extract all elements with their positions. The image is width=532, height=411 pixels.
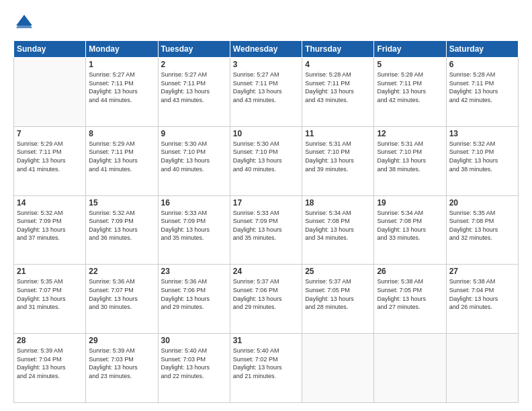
calendar-header-cell: Wednesday	[230, 41, 302, 58]
calendar-header-cell: Thursday	[302, 41, 374, 58]
calendar-day-cell: 9Sunrise: 5:30 AM Sunset: 7:10 PM Daylig…	[158, 126, 230, 195]
calendar-day-cell: 8Sunrise: 5:29 AM Sunset: 7:11 PM Daylig…	[86, 126, 158, 195]
calendar-header-cell: Friday	[374, 41, 446, 58]
calendar-week-row: 7Sunrise: 5:29 AM Sunset: 7:11 PM Daylig…	[14, 126, 519, 195]
calendar-day-cell: 18Sunrise: 5:34 AM Sunset: 7:08 PM Dayli…	[302, 195, 374, 265]
day-info: Sunrise: 5:34 AM Sunset: 7:08 PM Dayligh…	[377, 209, 443, 242]
day-info: Sunrise: 5:31 AM Sunset: 7:10 PM Dayligh…	[377, 140, 443, 173]
day-info: Sunrise: 5:39 AM Sunset: 7:04 PM Dayligh…	[17, 347, 83, 380]
day-number: 23	[161, 267, 227, 276]
calendar-day-cell: 10Sunrise: 5:30 AM Sunset: 7:10 PM Dayli…	[230, 126, 302, 195]
day-number: 21	[17, 267, 83, 276]
day-number: 11	[305, 129, 371, 138]
calendar-day-cell: 12Sunrise: 5:31 AM Sunset: 7:10 PM Dayli…	[374, 126, 446, 195]
day-info: Sunrise: 5:29 AM Sunset: 7:11 PM Dayligh…	[89, 140, 154, 173]
day-info: Sunrise: 5:39 AM Sunset: 7:03 PM Dayligh…	[89, 347, 154, 380]
calendar-day-cell: 23Sunrise: 5:36 AM Sunset: 7:06 PM Dayli…	[158, 265, 230, 334]
calendar-header-row: SundayMondayTuesdayWednesdayThursdayFrid…	[14, 41, 519, 58]
calendar-day-cell	[374, 334, 446, 403]
day-info: Sunrise: 5:31 AM Sunset: 7:10 PM Dayligh…	[305, 140, 371, 173]
day-info: Sunrise: 5:36 AM Sunset: 7:06 PM Dayligh…	[161, 277, 227, 311]
day-info: Sunrise: 5:33 AM Sunset: 7:09 PM Dayligh…	[233, 209, 299, 242]
calendar-week-row: 21Sunrise: 5:35 AM Sunset: 7:07 PM Dayli…	[14, 265, 519, 334]
day-number: 17	[233, 198, 299, 208]
day-number: 30	[161, 336, 227, 345]
day-number: 18	[305, 198, 371, 208]
calendar-day-cell: 7Sunrise: 5:29 AM Sunset: 7:11 PM Daylig…	[14, 126, 86, 195]
day-number: 31	[233, 336, 299, 345]
calendar-day-cell	[302, 334, 374, 403]
day-number: 25	[305, 267, 371, 276]
day-number: 2	[161, 60, 227, 69]
day-number: 10	[233, 129, 299, 138]
day-number: 14	[17, 198, 83, 208]
calendar-day-cell: 11Sunrise: 5:31 AM Sunset: 7:10 PM Dayli…	[302, 126, 374, 195]
calendar-day-cell: 16Sunrise: 5:33 AM Sunset: 7:09 PM Dayli…	[158, 195, 230, 265]
calendar-day-cell: 22Sunrise: 5:36 AM Sunset: 7:07 PM Dayli…	[86, 265, 158, 334]
calendar-day-cell: 5Sunrise: 5:28 AM Sunset: 7:11 PM Daylig…	[374, 58, 446, 127]
calendar-day-cell: 21Sunrise: 5:35 AM Sunset: 7:07 PM Dayli…	[14, 265, 86, 334]
day-info: Sunrise: 5:40 AM Sunset: 7:03 PM Dayligh…	[161, 347, 227, 380]
calendar-day-cell: 20Sunrise: 5:35 AM Sunset: 7:08 PM Dayli…	[446, 195, 518, 265]
day-info: Sunrise: 5:35 AM Sunset: 7:08 PM Dayligh…	[449, 209, 515, 242]
day-info: Sunrise: 5:27 AM Sunset: 7:11 PM Dayligh…	[89, 71, 154, 104]
calendar-header-cell: Sunday	[14, 41, 86, 58]
calendar-day-cell	[446, 334, 518, 403]
calendar-header-cell: Monday	[86, 41, 158, 58]
day-number: 9	[161, 129, 227, 138]
calendar-day-cell: 26Sunrise: 5:38 AM Sunset: 7:05 PM Dayli…	[374, 265, 446, 334]
day-info: Sunrise: 5:28 AM Sunset: 7:11 PM Dayligh…	[305, 71, 371, 104]
header	[13, 12, 519, 34]
day-number: 3	[233, 60, 299, 69]
day-info: Sunrise: 5:40 AM Sunset: 7:02 PM Dayligh…	[233, 347, 299, 380]
day-number: 16	[161, 198, 227, 208]
day-info: Sunrise: 5:37 AM Sunset: 7:06 PM Dayligh…	[233, 277, 299, 311]
day-info: Sunrise: 5:33 AM Sunset: 7:09 PM Dayligh…	[161, 209, 227, 242]
calendar-day-cell: 24Sunrise: 5:37 AM Sunset: 7:06 PM Dayli…	[230, 265, 302, 334]
day-number: 28	[17, 336, 83, 345]
calendar-day-cell: 31Sunrise: 5:40 AM Sunset: 7:02 PM Dayli…	[230, 334, 302, 403]
calendar-day-cell: 29Sunrise: 5:39 AM Sunset: 7:03 PM Dayli…	[86, 334, 158, 403]
day-number: 26	[377, 267, 443, 276]
day-info: Sunrise: 5:32 AM Sunset: 7:09 PM Dayligh…	[17, 209, 83, 242]
calendar-day-cell: 1Sunrise: 5:27 AM Sunset: 7:11 PM Daylig…	[86, 58, 158, 127]
calendar-table: SundayMondayTuesdayWednesdayThursdayFrid…	[13, 40, 519, 403]
day-number: 29	[89, 336, 154, 345]
calendar-day-cell: 14Sunrise: 5:32 AM Sunset: 7:09 PM Dayli…	[14, 195, 86, 265]
day-number: 22	[89, 267, 154, 276]
day-info: Sunrise: 5:28 AM Sunset: 7:11 PM Dayligh…	[449, 71, 515, 104]
day-info: Sunrise: 5:36 AM Sunset: 7:07 PM Dayligh…	[89, 277, 154, 311]
day-number: 8	[89, 129, 154, 138]
day-info: Sunrise: 5:30 AM Sunset: 7:10 PM Dayligh…	[233, 140, 299, 173]
day-number: 27	[449, 267, 515, 276]
day-info: Sunrise: 5:29 AM Sunset: 7:11 PM Dayligh…	[17, 140, 83, 173]
day-number: 13	[449, 129, 515, 138]
logo-icon	[13, 12, 35, 34]
day-info: Sunrise: 5:32 AM Sunset: 7:10 PM Dayligh…	[449, 140, 515, 173]
day-info: Sunrise: 5:35 AM Sunset: 7:07 PM Dayligh…	[17, 277, 83, 311]
day-number: 7	[17, 129, 83, 138]
calendar-day-cell: 30Sunrise: 5:40 AM Sunset: 7:03 PM Dayli…	[158, 334, 230, 403]
day-info: Sunrise: 5:37 AM Sunset: 7:05 PM Dayligh…	[305, 277, 371, 311]
day-info: Sunrise: 5:38 AM Sunset: 7:05 PM Dayligh…	[377, 277, 443, 311]
calendar-body: 1Sunrise: 5:27 AM Sunset: 7:11 PM Daylig…	[14, 58, 519, 403]
calendar-day-cell	[14, 58, 86, 127]
day-info: Sunrise: 5:27 AM Sunset: 7:11 PM Dayligh…	[233, 71, 299, 104]
calendar-week-row: 14Sunrise: 5:32 AM Sunset: 7:09 PM Dayli…	[14, 195, 519, 265]
calendar-day-cell: 28Sunrise: 5:39 AM Sunset: 7:04 PM Dayli…	[14, 334, 86, 403]
day-number: 1	[89, 60, 154, 69]
calendar-day-cell: 3Sunrise: 5:27 AM Sunset: 7:11 PM Daylig…	[230, 58, 302, 127]
day-info: Sunrise: 5:28 AM Sunset: 7:11 PM Dayligh…	[377, 71, 443, 104]
logo	[13, 12, 38, 34]
day-info: Sunrise: 5:32 AM Sunset: 7:09 PM Dayligh…	[89, 209, 154, 242]
calendar-day-cell: 25Sunrise: 5:37 AM Sunset: 7:05 PM Dayli…	[302, 265, 374, 334]
calendar-header-cell: Saturday	[446, 41, 518, 58]
day-number: 6	[449, 60, 515, 69]
day-number: 15	[89, 198, 154, 208]
calendar-day-cell: 15Sunrise: 5:32 AM Sunset: 7:09 PM Dayli…	[86, 195, 158, 265]
calendar-day-cell: 19Sunrise: 5:34 AM Sunset: 7:08 PM Dayli…	[374, 195, 446, 265]
day-number: 12	[377, 129, 443, 138]
day-info: Sunrise: 5:38 AM Sunset: 7:04 PM Dayligh…	[449, 277, 515, 311]
calendar-day-cell: 2Sunrise: 5:27 AM Sunset: 7:11 PM Daylig…	[158, 58, 230, 127]
day-number: 5	[377, 60, 443, 69]
